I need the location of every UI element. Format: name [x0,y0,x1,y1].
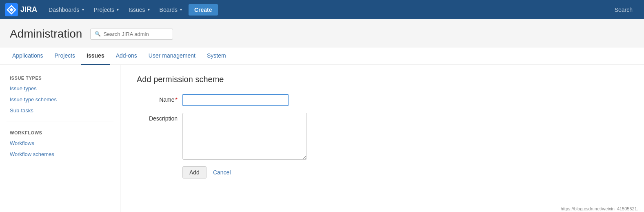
tab-issues[interactable]: Issues [81,47,110,65]
chevron-down-icon: ▾ [148,7,150,12]
admin-search-box[interactable]: 🔍 [90,29,173,40]
tab-applications[interactable]: Applications [7,47,49,65]
form-area: Add permission scheme Name* Description … [120,65,644,212]
admin-header: Administration 🔍 [0,19,644,47]
nav-boards[interactable]: Boards ▾ [155,0,187,19]
tab-projects[interactable]: Projects [49,47,81,65]
logo-text: JIRA [20,5,37,14]
chevron-down-icon: ▾ [82,7,84,12]
sidebar-item-workflows[interactable]: Workflows [0,138,120,149]
admin-search-input[interactable] [103,31,169,37]
sidebar-item-workflow-schemes[interactable]: Workflow schemes [0,149,120,160]
sidebar-divider [7,121,113,121]
description-row: Description [137,113,628,160]
main-content: ISSUE TYPES Issue types Issue type schem… [0,65,644,212]
admin-tab-nav: Applications Projects Issues Add-ons Use… [0,47,644,65]
nav-projects[interactable]: Projects ▾ [89,0,124,19]
sidebar: ISSUE TYPES Issue types Issue type schem… [0,65,120,212]
sidebar-section-issue-types: ISSUE TYPES [0,71,120,83]
required-indicator: * [175,96,178,103]
search-icon: 🔍 [95,31,101,37]
add-button[interactable]: Add [182,166,207,179]
tab-system[interactable]: System [201,47,232,65]
tab-addons[interactable]: Add-ons [110,47,143,65]
chevron-down-icon: ▾ [180,7,182,12]
top-navigation: JIRA Dashboards ▾ Projects ▾ Issues ▾ Bo… [0,0,644,19]
name-label: Name* [137,94,178,103]
create-button[interactable]: Create [189,4,218,16]
description-input[interactable] [182,113,307,160]
nav-issues[interactable]: Issues ▾ [124,0,154,19]
form-actions: Add Cancel [182,166,628,179]
chevron-down-icon: ▾ [117,7,119,12]
status-bar: https://blog.csdn.net/weixin_41505521... [557,205,644,212]
sidebar-section-workflows: WORKFLOWS [0,126,120,138]
sidebar-item-sub-tasks[interactable]: Sub-tasks [0,105,120,116]
nav-dashboards[interactable]: Dashboards ▾ [44,0,89,19]
jira-logo[interactable]: JIRA [5,3,37,16]
tab-user-management[interactable]: User management [143,47,201,65]
sidebar-item-issue-types[interactable]: Issue types [0,83,120,94]
cancel-button[interactable]: Cancel [211,167,233,178]
name-input[interactable] [182,94,289,106]
description-label: Description [137,113,178,122]
name-row: Name* [137,94,628,106]
form-title: Add permission scheme [137,75,628,84]
sidebar-item-issue-type-schemes[interactable]: Issue type schemes [0,94,120,105]
admin-title: Administration [10,27,82,40]
search-nav-label[interactable]: Search [608,7,639,13]
